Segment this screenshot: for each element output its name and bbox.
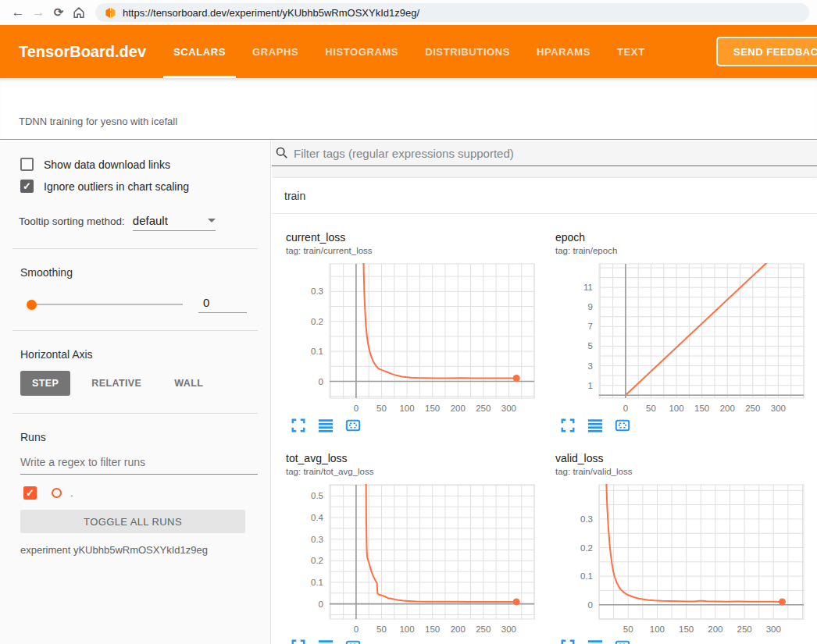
svg-text:0.2: 0.2 <box>580 543 593 553</box>
svg-text:100: 100 <box>669 404 683 413</box>
svg-text:150: 150 <box>425 404 440 413</box>
tab-graphs[interactable]: GRAPHS <box>242 25 309 78</box>
toggle-all-runs-button[interactable]: TOGGLE ALL RUNS <box>20 510 245 533</box>
filter-tags-row <box>272 141 817 166</box>
tooltip-sorting-label: Tooltip sorting method: <box>19 215 125 227</box>
toggle-log-scale-icon[interactable] <box>318 418 334 433</box>
fit-domain-icon[interactable] <box>345 418 361 433</box>
fit-domain-icon[interactable] <box>615 639 630 644</box>
send-feedback-button[interactable]: SEND FEEDBACK <box>716 37 817 66</box>
smoothing-value[interactable]: 0 <box>198 296 247 313</box>
chart-actions-row <box>280 639 542 644</box>
chart-card-epoch: epochtag: train/epoch1357911050100150200… <box>549 231 812 433</box>
chart-plot[interactable]: 00.10.20.350100150200250300 <box>549 481 808 635</box>
chart-title: tot_avg_loss <box>280 452 542 464</box>
svg-text:11: 11 <box>583 283 593 292</box>
chart-tag: tag: train/current_loss <box>280 246 542 255</box>
tab-bar: SCALARS GRAPHS HISTOGRAMS DISTRIBUTIONS … <box>163 25 662 78</box>
main-panel: train current_losstag: train/current_los… <box>272 141 817 644</box>
checkbox-checked-icon[interactable]: ✓ <box>20 180 34 193</box>
divider <box>12 330 258 331</box>
chart-card-current_loss: current_losstag: train/current_loss00.10… <box>280 231 542 433</box>
svg-text:200: 200 <box>720 404 735 413</box>
divider <box>12 413 258 414</box>
svg-text:200: 200 <box>451 404 466 413</box>
svg-text:50: 50 <box>646 404 656 413</box>
svg-text:0.3: 0.3 <box>580 514 593 524</box>
fit-domain-icon[interactable] <box>615 418 630 433</box>
svg-text:100: 100 <box>399 624 414 634</box>
axis-wall-button[interactable]: WALL <box>162 371 215 396</box>
horizontal-axis-toggle: STEP RELATIVE WALL <box>20 371 270 396</box>
tooltip-sorting-row: Tooltip sorting method: default <box>19 214 270 231</box>
chart-title: valid_loss <box>549 452 812 464</box>
chart-actions-row <box>549 639 812 644</box>
runs-label: Runs <box>20 431 270 443</box>
chart-title: current_loss <box>280 231 542 244</box>
expand-chart-icon[interactable] <box>560 418 576 433</box>
smoothing-slider[interactable] <box>28 304 183 305</box>
svg-text:3: 3 <box>588 361 593 371</box>
chart-actions-row <box>280 418 542 433</box>
chart-plot[interactable]: 1357911050100150200250300 <box>549 260 808 415</box>
show-download-links-checkbox[interactable]: Show data download links <box>20 158 270 171</box>
run-row: ✓ . <box>23 486 270 500</box>
svg-text:150: 150 <box>694 404 709 413</box>
subheader: TDNN training for yesno with icefall <box>0 78 817 140</box>
checkbox-unchecked-icon[interactable] <box>20 158 34 171</box>
chart-plot[interactable]: 00.10.20.3050100150200250300 <box>280 260 539 415</box>
smoothing-slider-row: 0 <box>28 296 247 313</box>
back-icon[interactable]: ← <box>8 2 28 23</box>
svg-text:0: 0 <box>319 377 323 386</box>
reload-icon[interactable]: ⟳ <box>48 2 69 23</box>
experiment-id-label: experiment yKUbhb5wRmOSXYkId1z9eg <box>20 544 270 556</box>
url-bar[interactable]: https://tensorboard.dev/experiment/yKUbh… <box>95 3 809 22</box>
tag-group-label: train <box>284 190 305 202</box>
axis-step-button[interactable]: STEP <box>20 371 70 396</box>
tab-scalars[interactable]: SCALARS <box>163 25 236 78</box>
toggle-log-scale-icon[interactable] <box>587 418 603 433</box>
experiment-title: TDNN training for yesno with icefall <box>19 116 177 127</box>
home-icon[interactable] <box>69 2 89 23</box>
svg-text:0.3: 0.3 <box>311 535 323 544</box>
browser-chrome: ← → ⟳ https://tensorboard.dev/experiment… <box>0 0 817 25</box>
tab-histograms[interactable]: HISTOGRAMS <box>315 25 408 78</box>
tag-group-header-train[interactable]: train <box>272 178 817 214</box>
runs-filter-input[interactable] <box>20 456 258 475</box>
chart-actions-row <box>549 418 812 433</box>
svg-text:0.5: 0.5 <box>311 491 323 500</box>
forward-icon[interactable]: → <box>28 2 48 23</box>
svg-text:100: 100 <box>399 404 414 413</box>
toggle-log-scale-icon[interactable] <box>318 639 334 644</box>
run-color-swatch <box>52 488 62 498</box>
toggle-log-scale-icon[interactable] <box>587 639 603 644</box>
chart-tag: tag: train/valid_loss <box>549 467 812 476</box>
svg-text:0: 0 <box>623 404 628 413</box>
filter-tags-input[interactable] <box>294 147 817 160</box>
chart-tag: tag: train/epoch <box>549 246 812 255</box>
tab-distributions[interactable]: DISTRIBUTIONS <box>415 25 520 78</box>
run-checkbox[interactable]: ✓ <box>23 486 37 500</box>
slider-thumb[interactable] <box>27 300 37 310</box>
svg-text:0.4: 0.4 <box>311 513 324 522</box>
svg-text:1: 1 <box>588 381 593 390</box>
axis-relative-button[interactable]: RELATIVE <box>80 371 153 396</box>
search-icon <box>275 146 289 160</box>
chart-plot[interactable]: 00.10.20.30.40.5050100150200250300 <box>280 481 539 635</box>
tooltip-sorting-select[interactable]: default <box>133 214 216 231</box>
divider <box>12 248 258 249</box>
svg-text:250: 250 <box>737 624 751 634</box>
svg-text:200: 200 <box>708 624 722 634</box>
chart-card-valid_loss: valid_losstag: train/valid_loss00.10.20.… <box>549 452 812 644</box>
expand-chart-icon[interactable] <box>291 639 306 644</box>
svg-text:200: 200 <box>451 624 466 634</box>
checkbox-label: Ignore outliers in chart scaling <box>44 180 189 193</box>
tab-text[interactable]: TEXT <box>607 25 655 78</box>
fit-domain-icon[interactable] <box>345 639 361 644</box>
svg-text:0.1: 0.1 <box>311 347 323 356</box>
chart-tag: tag: train/tot_avg_loss <box>280 467 542 476</box>
tab-hparams[interactable]: HPARAMS <box>526 25 601 78</box>
expand-chart-icon[interactable] <box>291 418 306 433</box>
ignore-outliers-checkbox[interactable]: ✓ Ignore outliers in chart scaling <box>20 180 270 193</box>
expand-chart-icon[interactable] <box>560 639 576 644</box>
